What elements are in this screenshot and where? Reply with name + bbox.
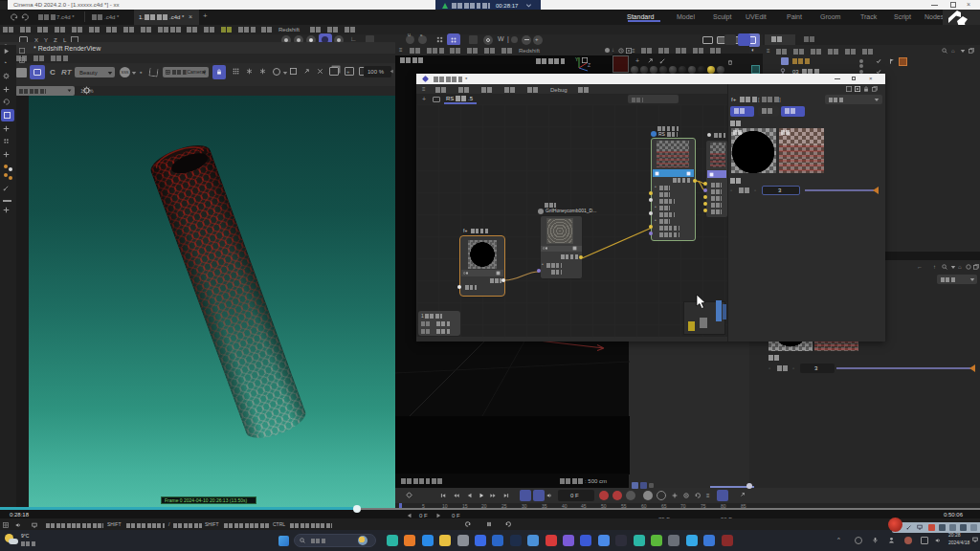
svg-text:Z: Z: [588, 62, 590, 68]
svg-text:Y: Y: [575, 56, 579, 62]
